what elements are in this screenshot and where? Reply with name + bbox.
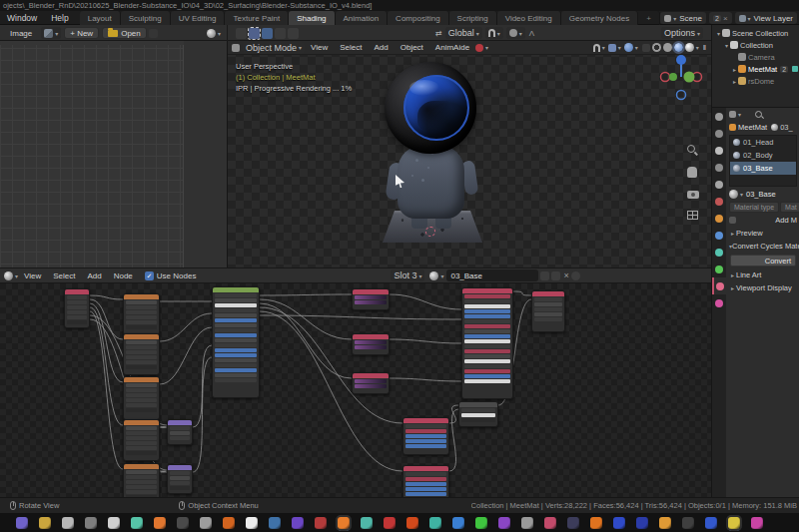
shader-menu-view[interactable]: View (18, 271, 47, 280)
tab-texture-paint[interactable]: Texture Paint (225, 11, 289, 25)
properties-tab-world[interactable] (712, 193, 726, 210)
material-browse-icon[interactable] (429, 271, 438, 280)
panel-preview[interactable]: ▸Preview (726, 227, 799, 240)
taskbar-icon-app-33[interactable] (751, 517, 763, 529)
taskbar-icon-app-22[interactable] (498, 517, 510, 529)
viewport-menu-view[interactable]: View (305, 43, 334, 52)
image-texture-node-5[interactable] (123, 463, 160, 497)
unlink-icon[interactable]: × (723, 14, 728, 23)
viewport-menu-add[interactable]: Add (368, 43, 394, 52)
taskbar-icon-app-26[interactable] (590, 517, 602, 529)
properties-tab-tool[interactable] (712, 108, 726, 125)
proportional-edit[interactable]: ▾ (506, 27, 525, 39)
taskbar-icon-app-17[interactable] (384, 517, 396, 529)
navigation-gizmo[interactable] (659, 51, 703, 109)
tab-scripting[interactable]: Scripting (449, 11, 497, 25)
shader-menu-add[interactable]: Add (81, 271, 107, 280)
gizmos-icon[interactable] (608, 44, 616, 52)
gradient-node-2[interactable] (352, 333, 390, 355)
taskbar-icon-app-27[interactable] (613, 517, 625, 529)
properties-tab-view-layer[interactable] (712, 159, 726, 176)
taskbar-icon-app-7[interactable] (154, 517, 166, 529)
tool-icon-3[interactable] (275, 28, 286, 39)
add-material-button[interactable]: Add M (775, 216, 797, 225)
camera-view-icon[interactable] (687, 189, 700, 202)
tool-icon-4[interactable] (288, 28, 299, 39)
properties-tab-scene[interactable] (712, 176, 726, 193)
taskbar-icon-app-28[interactable] (636, 517, 648, 529)
outliner-item-collection[interactable]: ▾Collection (712, 39, 799, 51)
taskbar-icon-app-24[interactable] (544, 517, 556, 529)
viewport-menu-animaide[interactable]: AnimAide (429, 43, 475, 52)
material-name[interactable]: 03_Base (746, 190, 776, 199)
taskbar-icon-app-20[interactable] (452, 517, 464, 529)
gradient-node-3[interactable] (352, 372, 390, 394)
taskbar-icon-app-21[interactable] (475, 517, 487, 529)
convert-button[interactable]: Convert (730, 255, 796, 266)
copy-material-icon[interactable] (551, 271, 560, 280)
panel-line-art[interactable]: ▸Line Art (726, 268, 799, 281)
mid-node-1[interactable] (402, 417, 449, 455)
tab-uv-editing[interactable]: UV Editing (171, 11, 226, 25)
vector-node-2[interactable] (167, 464, 193, 494)
vector-node-1[interactable] (167, 419, 193, 445)
zoom-icon[interactable] (687, 145, 700, 158)
tab-animation[interactable]: Animation (336, 11, 389, 25)
tab-sculpting[interactable]: Sculpting (121, 11, 171, 25)
gradient-node-1[interactable] (352, 288, 390, 310)
properties-tab-material[interactable] (712, 277, 726, 294)
combine-node[interactable] (458, 401, 498, 427)
falloff-icon[interactable]: Λ (529, 29, 534, 38)
snap-toggle[interactable]: ▾ (485, 27, 503, 39)
material-type-button[interactable]: Material type (729, 202, 779, 213)
active-tool-icon[interactable] (249, 28, 260, 39)
editor-type-icon[interactable] (232, 44, 240, 52)
image-editor[interactable] (0, 41, 228, 267)
tab-video-editing[interactable]: Video Editing (497, 11, 561, 25)
new-image-button[interactable]: + New (64, 27, 99, 39)
expand-arrow[interactable]: ▾ (723, 42, 730, 49)
unlink-image-icon[interactable] (149, 29, 158, 38)
taskbar-icon-app-30[interactable] (682, 517, 694, 529)
properties-tab-modifiers[interactable] (712, 227, 726, 244)
tool-icon-2[interactable] (262, 28, 273, 39)
material-slot-03_base[interactable]: 03_Base (730, 162, 796, 175)
tab-geometry-nodes[interactable]: Geometry Nodes (561, 11, 638, 25)
overlays-icon[interactable] (624, 43, 633, 52)
channels-selector[interactable]: ▾ (207, 29, 221, 38)
unlink-material-icon[interactable]: × (563, 270, 568, 280)
slot-selector[interactable]: Slot 3▾ (391, 269, 424, 281)
tab-layout[interactable]: Layout (80, 11, 121, 25)
image-texture-node-2[interactable] (123, 333, 160, 375)
outliner-item-rsdome[interactable]: ▸rsDome (712, 75, 799, 87)
scene-users[interactable]: 2 × (709, 12, 732, 24)
properties-tab-output[interactable] (712, 142, 726, 159)
xray-icon[interactable] (642, 44, 650, 52)
use-nodes-checkbox[interactable]: ✓ (145, 271, 154, 280)
properties-tab-render[interactable] (712, 125, 726, 142)
image-selector[interactable]: ▾ (41, 27, 61, 39)
taskbar-icon-app-1[interactable] (16, 517, 28, 529)
properties-tab-texture[interactable] (712, 294, 726, 311)
taskbar-icon-app-4[interactable] (85, 517, 97, 529)
properties-tab-physics[interactable] (712, 244, 726, 261)
input-node[interactable] (64, 288, 90, 328)
breadcrumb-object[interactable]: MeetMat (738, 123, 767, 132)
output-node[interactable] (531, 290, 565, 332)
taskbar-icon-app-16[interactable] (361, 517, 373, 529)
viewport-menu-select[interactable]: Select (334, 43, 368, 52)
taskbar-icon-app-11[interactable] (246, 517, 258, 529)
addon-icon[interactable] (475, 44, 483, 52)
outliner-item-camera[interactable]: Camera (712, 51, 799, 63)
tab-shading[interactable]: Shading (289, 11, 335, 25)
breadcrumb-material[interactable]: 03_ (780, 123, 793, 132)
shader-menu-select[interactable]: Select (47, 271, 81, 280)
open-image-button[interactable]: Open (102, 27, 147, 39)
material-slot-02_body[interactable]: 02_Body (730, 149, 796, 162)
taskbar-icon-app-10[interactable] (223, 517, 235, 529)
outliner-item-scene-collection[interactable]: ▾Scene Collection (712, 27, 799, 39)
taskbar-icon-app-13[interactable] (292, 517, 304, 529)
snap-magnet-icon[interactable] (593, 44, 600, 52)
material-slot-01_head[interactable]: 01_Head (730, 136, 796, 149)
expand-arrow[interactable]: ▸ (731, 66, 738, 73)
